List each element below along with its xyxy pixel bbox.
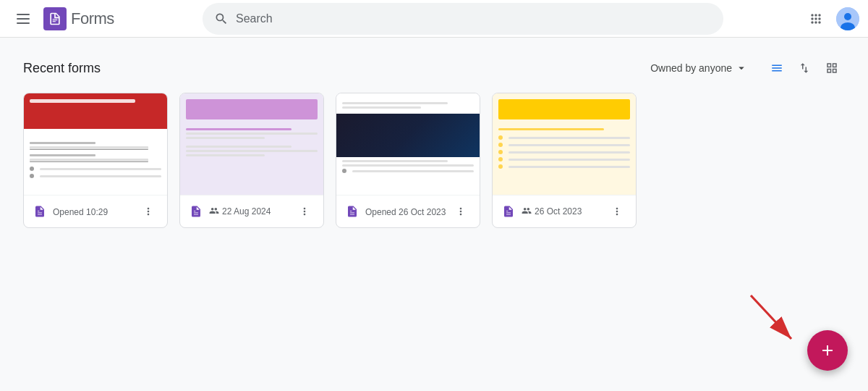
search-icon [214,12,229,26]
form-card[interactable]: Opened 10:29 [23,93,168,228]
create-form-button[interactable] [807,330,848,371]
menu-button[interactable] [9,4,38,33]
forms-grid: Opened 10:29 [23,93,845,228]
more-vert-icon [299,206,310,217]
shared-icon [522,206,532,218]
thumb-dark-image [336,114,480,157]
more-vert-icon [455,206,467,217]
apps-button[interactable] [801,4,830,33]
form-meta: Opened 10:29 [53,205,132,218]
search-input[interactable] [236,12,712,25]
form-icon [189,204,203,219]
svg-point-4 [844,13,851,20]
list-view-button[interactable] [764,55,790,81]
form-date: Opened 26 Oct 2023 [365,207,446,217]
sort-icon [798,62,811,75]
thumb-header-bar [186,99,318,119]
app-header: Forms [0,0,868,38]
section-controls: Owned by anyone [643,55,845,81]
form-card-footer: Opened 10:29 [24,195,167,227]
form-meta: 26 Oct 2023 [522,206,601,218]
thumb-title [30,99,135,103]
header-left: Forms [9,4,153,33]
avatar[interactable] [836,7,859,30]
form-preview-lines [342,99,474,114]
form-card[interactable]: Opened 26 Oct 2023 [336,93,480,228]
svg-line-7 [751,295,791,339]
view-icons [764,55,845,81]
form-card-footer: Opened 26 Oct 2023 [336,195,480,227]
form-preview-lines [498,125,630,175]
grid-view-icon [825,62,838,75]
form-thumbnail [336,93,480,195]
app-logo-icon [43,7,67,30]
form-more-button[interactable] [294,201,315,222]
form-preview-lines [30,139,161,184]
svg-rect-0 [17,14,30,15]
form-thumbnail [24,93,167,195]
thumb-yellow-header [498,99,630,119]
form-preview-lines-2 [342,157,474,179]
owner-filter[interactable]: Owned by anyone [643,57,755,79]
form-thumbnail [180,93,323,195]
more-vert-icon [611,206,623,217]
form-more-button[interactable] [607,201,627,222]
search-container [203,3,723,35]
form-date: 26 Oct 2023 [535,206,582,216]
form-icon [345,204,359,219]
form-preview-lines [186,125,318,161]
grid-view-button[interactable] [819,55,845,81]
form-card[interactable]: 22 Aug 2024 [179,93,324,228]
app-name: Forms [71,9,114,28]
main-content: Recent forms Owned by anyone [0,38,868,245]
form-date: 22 Aug 2024 [222,206,271,216]
svg-rect-2 [17,22,30,24]
section-header: Recent forms Owned by anyone [23,55,845,81]
form-meta: Opened 26 Oct 2023 [365,205,445,218]
svg-rect-1 [17,18,30,20]
form-meta-row: 26 Oct 2023 [522,206,601,218]
form-meta-row: 22 Aug 2024 [209,206,289,218]
list-view-icon [770,62,783,75]
app-logo[interactable]: Forms [43,7,114,30]
plus-icon [819,342,836,359]
form-more-button[interactable] [451,201,471,222]
header-right [773,4,859,33]
shared-icon [209,206,219,218]
form-date: Opened 10:29 [53,207,108,217]
sort-button[interactable] [791,55,817,81]
form-card[interactable]: 26 Oct 2023 [492,93,637,228]
arrow-annotation [745,290,803,348]
more-vert-icon [142,206,154,217]
section-title: Recent forms [23,61,101,76]
form-icon [501,204,516,219]
form-card-footer: 22 Aug 2024 [180,195,323,227]
form-card-footer: 26 Oct 2023 [493,195,636,227]
form-more-button[interactable] [138,201,158,222]
chevron-down-icon [735,62,748,75]
form-icon [33,204,47,219]
owner-filter-label: Owned by anyone [650,62,732,74]
form-meta: 22 Aug 2024 [209,206,289,218]
search-bar [203,3,723,35]
form-thumbnail [493,93,636,195]
